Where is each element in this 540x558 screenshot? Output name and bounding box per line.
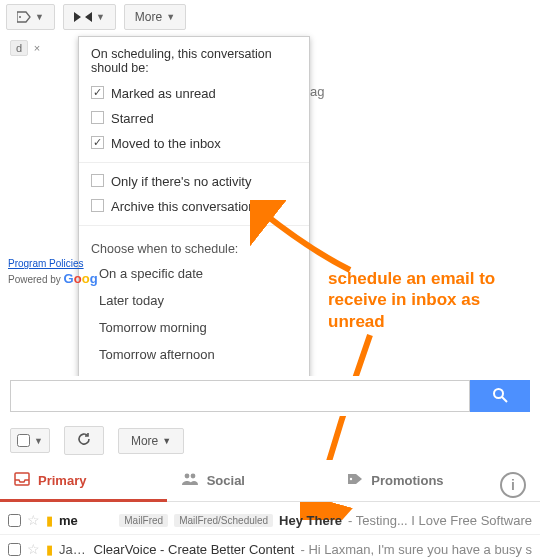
option-marked-unread[interactable]: Marked as unread <box>79 81 309 106</box>
star-icon[interactable]: ☆ <box>27 512 40 528</box>
list-toolbar: ▼ More ▼ <box>0 418 540 463</box>
option-label: Archive this conversation <box>111 199 256 214</box>
tab-primary[interactable]: Primary <box>0 460 167 501</box>
svg-line-2 <box>502 397 507 402</box>
option-label: Only if there's no activity <box>111 174 251 189</box>
subject: Hey There <box>279 513 342 528</box>
mail-row[interactable]: ☆ ▮ Jake Swa ClearVoice - Create Better … <box>0 535 540 558</box>
bowtie-icon <box>74 12 92 22</box>
info-icon[interactable]: i <box>500 472 526 498</box>
option-only-no-activity[interactable]: Only if there's no activity <box>79 169 309 194</box>
category-tabs: Primary Social Promotions i <box>0 460 540 502</box>
mail-label[interactable]: MailFred/Scheduled <box>174 514 273 527</box>
mailfred-button[interactable]: ▼ <box>63 4 116 30</box>
refresh-icon <box>77 432 91 449</box>
svg-point-6 <box>350 478 352 480</box>
svg-rect-3 <box>15 473 29 485</box>
option-starred[interactable]: Starred <box>79 106 309 131</box>
refresh-button[interactable] <box>64 426 104 455</box>
program-policies-link[interactable]: Program Policies <box>8 258 84 269</box>
option-label: Starred <box>111 111 154 126</box>
footer: Program Policies Powered by Goog <box>8 258 98 286</box>
list-more-button[interactable]: More ▼ <box>118 428 184 454</box>
select-all-checkbox[interactable] <box>17 434 30 447</box>
preview: - Testing... I Love Free Software <box>348 513 532 528</box>
tag-icon <box>347 472 363 489</box>
subject: ClearVoice - Create Better Content <box>94 542 295 557</box>
svg-point-0 <box>19 16 21 18</box>
svg-point-4 <box>184 474 189 479</box>
mail-row[interactable]: ☆ ▮ me MailFred MailFred/Scheduled Hey T… <box>0 506 540 535</box>
powered-by-text: Powered by <box>8 274 61 285</box>
google-logo: Goog <box>64 271 98 286</box>
chevron-down-icon: ▼ <box>96 12 105 22</box>
svg-point-5 <box>190 474 195 479</box>
checkbox-icon <box>91 174 104 187</box>
chevron-down-icon: ▼ <box>34 436 43 446</box>
people-icon <box>181 472 199 489</box>
folder-icon: ▮ <box>46 542 53 557</box>
schedule-dropdown: On scheduling, this conversation should … <box>78 36 310 402</box>
option-label: Marked as unread <box>111 86 216 101</box>
folder-icon: ▮ <box>46 513 53 528</box>
close-icon[interactable]: × <box>34 42 40 54</box>
annotation-text: schedule an email to receive in inbox as… <box>328 268 528 332</box>
dropdown-heading: On scheduling, this conversation should … <box>79 37 309 81</box>
option-moved-inbox[interactable]: Moved to the inbox <box>79 131 309 156</box>
tab-label: Promotions <box>371 473 443 488</box>
sender: me <box>59 513 113 528</box>
mail-list: ☆ ▮ me MailFred MailFred/Scheduled Hey T… <box>0 506 540 558</box>
search-input[interactable] <box>10 380 470 412</box>
svg-point-1 <box>494 389 503 398</box>
more-label: More <box>135 10 162 24</box>
schedule-later-today[interactable]: Later today <box>79 287 309 314</box>
top-toolbar: ▼ ▼ More ▼ <box>0 0 540 34</box>
star-icon[interactable]: ☆ <box>27 541 40 557</box>
tab-label: Social <box>207 473 245 488</box>
tab-social[interactable]: Social <box>167 460 334 501</box>
tab-label: Primary <box>38 473 86 488</box>
chevron-down-icon: ▼ <box>35 12 44 22</box>
labels-button[interactable]: ▼ <box>6 4 55 30</box>
label-chip[interactable]: d <box>10 40 28 56</box>
select-all-button[interactable]: ▼ <box>10 428 50 453</box>
checkbox-icon <box>91 86 104 99</box>
chevron-down-icon: ▼ <box>162 436 171 446</box>
tag-icon <box>17 11 31 23</box>
more-button[interactable]: More ▼ <box>124 4 186 30</box>
tab-promotions[interactable]: Promotions <box>333 460 500 501</box>
row-checkbox[interactable] <box>8 514 21 527</box>
checkbox-icon <box>91 199 104 212</box>
more-label: More <box>131 434 158 448</box>
checkbox-icon <box>91 136 104 149</box>
option-archive[interactable]: Archive this conversation <box>79 194 309 219</box>
option-label: Moved to the inbox <box>111 136 221 151</box>
search-button[interactable] <box>470 380 530 412</box>
schedule-specific-date[interactable]: On a specific date <box>79 260 309 287</box>
row-checkbox[interactable] <box>8 543 21 556</box>
search-bar <box>0 376 540 416</box>
background-text: ag <box>310 84 324 99</box>
preview: - Hi Laxman, I'm sure you have a busy s <box>300 542 532 557</box>
schedule-tomorrow-afternoon[interactable]: Tomorrow afternoon <box>79 341 309 368</box>
checkbox-icon <box>91 111 104 124</box>
schedule-heading: Choose when to schedule: <box>79 232 309 260</box>
mail-label[interactable]: MailFred <box>119 514 168 527</box>
schedule-tomorrow-morning[interactable]: Tomorrow morning <box>79 314 309 341</box>
chevron-down-icon: ▼ <box>166 12 175 22</box>
sender: Jake Swa <box>59 542 88 557</box>
search-icon <box>492 387 508 406</box>
inbox-icon <box>14 472 30 489</box>
